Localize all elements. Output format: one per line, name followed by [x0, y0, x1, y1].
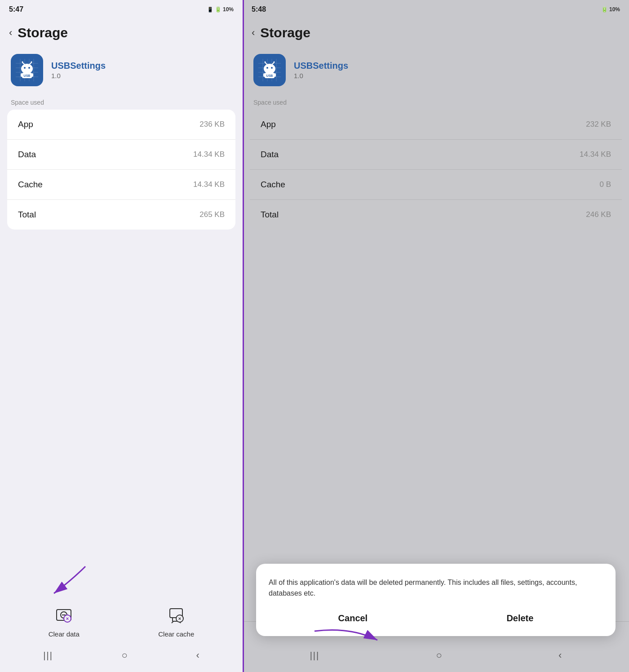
nav-bar-left: ||| ○ ‹ [0, 642, 243, 672]
storage-row-cache-left: Cache 14.34 KB [7, 170, 235, 200]
right-panel: 5:48 🔋 10% ‹ Storage [243, 0, 629, 672]
svg-rect-18 [31, 73, 33, 77]
storage-label-data-left: Data [18, 150, 36, 159]
status-bar-left: 5:47 📱 🔋 10% [0, 0, 243, 17]
svg-text:×: × [66, 616, 69, 621]
storage-row-total-left: Total 265 KB [7, 200, 235, 230]
storage-value-cache-right: 0 B [599, 180, 611, 189]
storage-label-app-left: App [18, 119, 33, 129]
battery-icon-right: 🔋 10% [601, 6, 620, 13]
clear-data-icon-left: × [52, 603, 75, 627]
storage-value-app-left: 236 KB [199, 120, 225, 129]
usb-settings-icon: USB [16, 59, 38, 81]
svg-rect-50 [274, 73, 276, 77]
app-info-right: USB USBSettings 1.0 [243, 45, 629, 95]
confirm-dialog: All of this application's data will be d… [256, 564, 616, 636]
whatsapp-icon: 📱 [207, 7, 213, 13]
back-button-right[interactable]: ‹ [252, 27, 255, 39]
storage-row-app-left: App 236 KB [7, 110, 235, 140]
storage-row-data-right: Data 14.34 KB [250, 140, 622, 170]
svg-point-46 [265, 62, 266, 63]
delete-button[interactable]: Delete [497, 610, 542, 627]
storage-card-left: App 236 KB Data 14.34 KB Cache 14.34 KB … [7, 110, 235, 230]
svg-text:×: × [178, 616, 181, 621]
storage-row-total-right: Total 246 KB [250, 200, 622, 230]
storage-label-data-right: Data [261, 150, 279, 159]
svg-point-9 [21, 64, 33, 74]
nav-home-left[interactable]: ○ [121, 650, 127, 661]
page-header-right: ‹ Storage [243, 17, 629, 45]
storage-label-cache-right: Cache [261, 180, 285, 190]
section-label-left: Space used [0, 95, 243, 110]
svg-point-41 [264, 64, 275, 74]
app-name-left: USBSettings [51, 61, 106, 71]
storage-label-total-right: Total [261, 210, 279, 220]
status-time-right: 5:48 [252, 5, 266, 13]
arrow-annotation-right [279, 622, 404, 658]
page-title-left: Storage [18, 25, 68, 40]
storage-value-data-left: 14.34 KB [193, 150, 225, 159]
app-name-right: USBSettings [294, 61, 348, 71]
app-icon-left: USB [11, 54, 43, 86]
app-details-left: USBSettings 1.0 [51, 61, 106, 80]
clear-cache-icon-left: × [164, 603, 188, 627]
storage-row-data-left: Data 14.34 KB [7, 140, 235, 170]
svg-rect-49 [263, 73, 265, 77]
nav-back-right[interactable]: ‹ [558, 650, 562, 661]
storage-label-app-right: App [261, 119, 276, 129]
svg-point-14 [22, 62, 23, 63]
storage-row-cache-right: Cache 0 B [250, 170, 622, 200]
left-panel: 5:47 📱 🔋 10% ‹ Storage [0, 0, 243, 672]
bottom-area-left: × Clear data × Clear cache [0, 594, 243, 672]
storage-value-data-right: 14.34 KB [580, 150, 611, 159]
svg-point-43 [271, 67, 273, 69]
storage-label-cache-left: Cache [18, 180, 43, 190]
dialog-text: All of this application's data will be d… [269, 577, 603, 599]
action-buttons-left: × Clear data × Clear cache [0, 594, 243, 642]
panel-divider [243, 0, 244, 672]
storage-label-total-left: Total [18, 210, 36, 220]
app-version-right: 1.0 [294, 72, 348, 80]
page-header-left: ‹ Storage [0, 17, 243, 45]
clear-data-button-left[interactable]: × Clear data [49, 603, 80, 638]
status-icons-left: 📱 🔋 10% [207, 6, 234, 13]
svg-point-47 [274, 62, 275, 63]
usb-settings-icon-right: USB [258, 59, 281, 81]
svg-point-42 [266, 67, 268, 69]
svg-point-11 [28, 67, 30, 69]
nav-home-right[interactable]: ○ [436, 650, 442, 661]
back-button-left[interactable]: ‹ [9, 27, 12, 39]
app-icon-right: USB [253, 54, 286, 86]
svg-point-10 [24, 67, 26, 69]
storage-card-right: App 232 KB Data 14.34 KB Cache 0 B Total… [250, 110, 622, 230]
status-icons-right: 🔋 10% [601, 6, 620, 13]
page-title-right: Storage [260, 25, 310, 40]
svg-line-28 [172, 621, 173, 623]
battery-icon-left: 🔋 10% [215, 6, 234, 13]
svg-point-15 [31, 62, 32, 63]
svg-text:USB: USB [24, 74, 31, 77]
app-info-left: USB USBSettings 1.0 [0, 45, 243, 95]
storage-value-app-right: 232 KB [586, 120, 611, 129]
svg-rect-17 [21, 73, 22, 77]
clear-cache-label-left: Clear cache [158, 630, 194, 638]
app-details-right: USBSettings 1.0 [294, 61, 348, 80]
app-version-left: 1.0 [51, 72, 106, 80]
storage-value-total-left: 265 KB [199, 210, 225, 219]
clear-data-label-left: Clear data [49, 630, 80, 638]
nav-back-left[interactable]: ‹ [196, 650, 199, 661]
svg-text:USB: USB [266, 74, 273, 77]
storage-value-cache-left: 14.34 KB [193, 180, 225, 189]
nav-menu-left[interactable]: ||| [43, 650, 53, 661]
section-label-right: Space used [243, 95, 629, 110]
status-time-left: 5:47 [9, 5, 23, 13]
storage-row-app-right: App 232 KB [250, 110, 622, 140]
status-bar-right: 5:48 🔋 10% [243, 0, 629, 17]
clear-cache-button-left[interactable]: × Clear cache [158, 603, 194, 638]
storage-value-total-right: 246 KB [586, 210, 611, 219]
